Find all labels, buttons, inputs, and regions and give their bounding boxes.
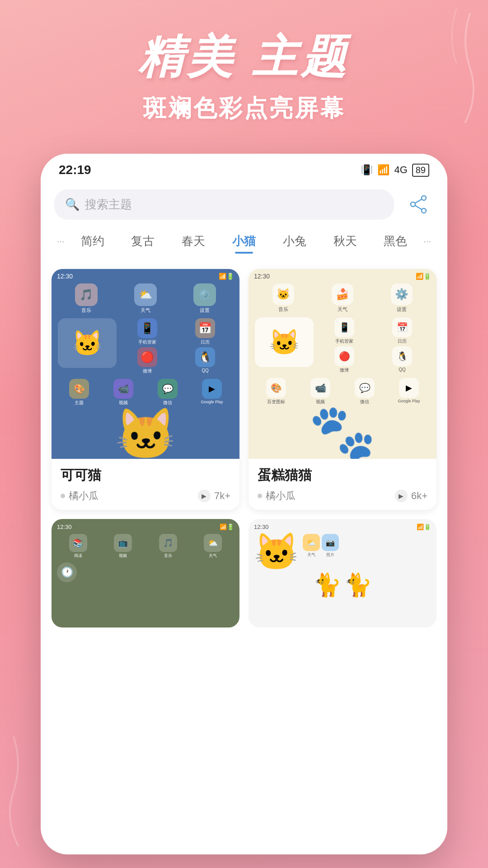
svg-line-3 — [415, 199, 422, 203]
wallpaper-cat-blue: 🐱 — [52, 396, 239, 459]
theme-info-cream: 蛋糕猫猫 橘小瓜 ▶ 6k+ — [249, 459, 436, 510]
status-bar: 22:19 📳 📶 4G 89 — [41, 154, 447, 182]
mini-status-icons-blue: 📶🔋 — [219, 273, 234, 280]
author-dot-cream — [258, 494, 262, 498]
mini-status-icons-cream: 📶🔋 — [416, 273, 431, 280]
header-section: 精美 主题 斑斓色彩点亮屏幕 — [0, 27, 488, 124]
light-icon-1: ⛅ 天气 — [303, 534, 320, 570]
theme-meta-cream: 橘小瓜 ▶ 6k+ — [258, 489, 427, 503]
bottom-icons-light: ⛅ 天气 📷 照片 — [303, 534, 339, 570]
tab-retro[interactable]: 复古 — [117, 229, 168, 254]
share-button[interactable] — [403, 189, 434, 220]
olive-icon-4: ⛅ 天气 — [192, 534, 234, 559]
mini-icon-phone-cream: 📱 手机管家 — [316, 317, 372, 344]
bottom-status-olive: 12:30📶🔋 — [57, 524, 234, 530]
mini-screen-cream: 12:30 📶🔋 🐱 音乐 🍰 天气 — [249, 269, 436, 459]
bottom-cat-row-light: 🐈 🐈 — [254, 572, 431, 598]
olive-clock-row: 🕐 — [57, 562, 234, 582]
sub-title: 斑斓色彩点亮屏幕 — [0, 93, 488, 124]
theme-preview-cream: 12:30 📶🔋 🐱 音乐 🍰 天气 — [249, 269, 436, 459]
search-placeholder: 搜索主题 — [85, 197, 132, 212]
bottom-card-light[interactable]: 12:30📶🔋 🐱 ⛅ 天气 📷 照片 — [249, 519, 436, 627]
tab-autumn[interactable]: 秋天 — [320, 229, 371, 254]
bottom-card-light-content: 12:30📶🔋 🐱 ⛅ 天气 📷 照片 — [249, 519, 436, 603]
mini-icon-weather-cream: 🍰 天气 — [314, 283, 371, 313]
mini-icon-calendar-cream: 📅 日历 — [374, 317, 430, 344]
theme-info-blue: 可可猫 橘小瓜 ▶ 7k+ — [52, 459, 239, 510]
light-icon-2: 📷 照片 — [322, 534, 339, 570]
theme-card-blue[interactable]: 12:30 📶🔋 🎵 音乐 ⛅ 天气 — [52, 269, 239, 510]
theme-count-cream: ▶ 6k+ — [395, 490, 427, 502]
mini-icon-music-cream: 🐱 音乐 — [255, 283, 311, 313]
tab-black[interactable]: 黑色 — [371, 229, 421, 254]
bottom-cats-light: 🐱 ⛅ 天气 📷 照片 — [254, 534, 431, 570]
play-icon-blue: ▶ — [198, 490, 211, 502]
category-tabs: ··· 简约 复古 春天 小猫 小兔 秋天 黑色 ··· — [41, 220, 447, 254]
cat-illustration-1: 🐱 — [254, 534, 299, 570]
theme-meta-blue: 橘小瓜 ▶ 7k+ — [61, 489, 230, 503]
svg-point-1 — [422, 208, 426, 213]
phone-mockup: 22:19 📳 📶 4G 89 🔍 搜索主题 ··· 简约 复古 春天 — [41, 154, 447, 854]
tab-dots-right: ··· — [421, 236, 434, 246]
mini-icon-weather: ⛅ 天气 — [117, 283, 174, 314]
mini-icon-settings-cream: ⚙️ 设置 — [374, 283, 430, 313]
mini-icon-settings: ⚙️ 设置 — [177, 283, 233, 314]
search-bar: 🔍 搜索主题 — [54, 189, 434, 220]
tab-dots-left: ··· — [54, 236, 67, 246]
main-title: 精美 主题 — [0, 27, 488, 88]
tab-cat[interactable]: 小猫 — [219, 229, 269, 254]
status-icons: 📳 📶 4G 89 — [361, 164, 429, 177]
mini-icon-weibo-cream: 🔴 微博 — [316, 346, 372, 373]
bottom-grid: 12:30📶🔋 📚 阅读 📺 视频 🎵 音乐 — [41, 519, 447, 627]
wallpaper-cat-cream: 🐾 — [249, 387, 436, 459]
theme-count-blue: ▶ 7k+ — [198, 490, 230, 502]
theme-name-blue: 可可猫 — [61, 466, 230, 485]
cat-3: 🐈 — [344, 572, 372, 598]
olive-icon-2: 📺 视频 — [102, 534, 144, 559]
battery-icon: 89 — [412, 164, 429, 177]
content-grid: 12:30 📶🔋 🎵 音乐 ⛅ 天气 — [41, 258, 447, 510]
olive-icon-1: 📚 阅读 — [57, 534, 99, 559]
mini-screen-blue: 12:30 📶🔋 🎵 音乐 ⛅ 天气 — [52, 269, 239, 459]
theme-preview-blue: 12:30 📶🔋 🎵 音乐 ⛅ 天气 — [52, 269, 239, 459]
mini-icon-phone: 📱 手机管家 — [119, 318, 175, 345]
cat-2: 🐈 — [313, 572, 341, 598]
bottom-icons-olive: 📚 阅读 📺 视频 🎵 音乐 ⛅ 天气 — [57, 534, 234, 559]
theme-card-cream[interactable]: 12:30 📶🔋 🐱 音乐 🍰 天气 — [249, 269, 436, 510]
author-dot-blue — [61, 494, 65, 498]
theme-name-cream: 蛋糕猫猫 — [258, 466, 427, 485]
vibrate-icon: 📳 — [361, 164, 373, 176]
mini-time-blue: 12:30 — [57, 273, 73, 280]
search-input-wrap[interactable]: 🔍 搜索主题 — [54, 189, 394, 220]
bottom-card-olive[interactable]: 12:30📶🔋 📚 阅读 📺 视频 🎵 音乐 — [52, 519, 239, 627]
mini-time-cream: 12:30 — [254, 273, 270, 280]
play-icon-cream: ▶ — [395, 490, 408, 502]
mini-icon-calendar: 📅 日历 — [177, 318, 233, 345]
mini-icon-weibo: 🔴 微博 — [119, 347, 175, 374]
mini-big-icon-cream: 🐱 — [255, 317, 314, 367]
bottom-card-olive-content: 12:30📶🔋 📚 阅读 📺 视频 🎵 音乐 — [52, 519, 239, 587]
search-icon: 🔍 — [65, 198, 80, 212]
svg-point-0 — [422, 196, 426, 200]
tab-simple[interactable]: 简约 — [67, 229, 118, 254]
svg-point-2 — [411, 202, 415, 207]
mini-icon-qq: 🐧 QQ — [177, 347, 233, 374]
svg-line-4 — [415, 206, 422, 210]
status-time: 22:19 — [59, 163, 91, 177]
bottom-status-light: 12:30📶🔋 — [254, 524, 431, 530]
wifi-icon: 📶 — [377, 164, 389, 176]
signal-icon: 4G — [394, 164, 407, 176]
mini-big-icon-blue: 🐱 — [58, 318, 117, 368]
tab-spring[interactable]: 春天 — [168, 229, 219, 254]
theme-author-blue: 橘小瓜 — [61, 489, 99, 503]
mini-icon-qq-cream: 🐧 QQ — [374, 346, 430, 373]
olive-icon-3: 🎵 音乐 — [147, 534, 189, 559]
theme-author-cream: 橘小瓜 — [258, 489, 296, 503]
tab-rabbit[interactable]: 小兔 — [269, 229, 320, 254]
mini-icon-music: 🎵 音乐 — [58, 283, 114, 314]
share-icon — [408, 194, 428, 214]
